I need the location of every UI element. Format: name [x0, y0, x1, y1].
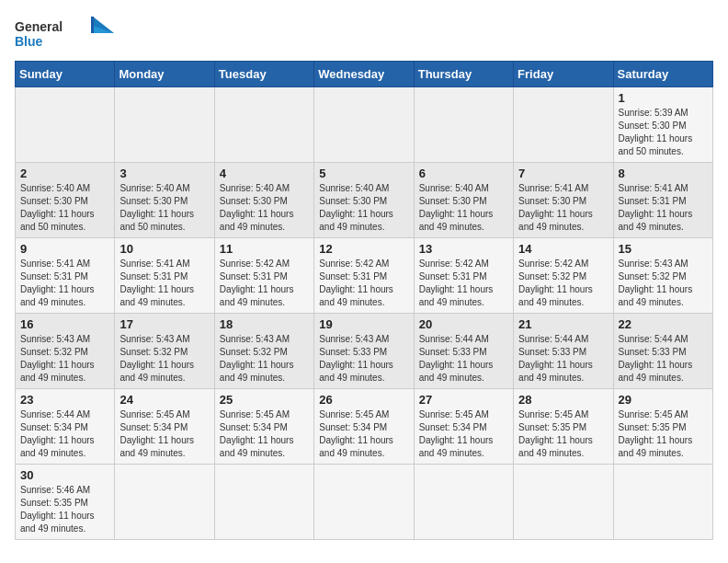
day-info: Sunrise: 5:43 AMSunset: 5:32 PMDaylight:… — [20, 333, 109, 385]
day-info: Sunrise: 5:45 AMSunset: 5:35 PMDaylight:… — [518, 408, 608, 460]
calendar-cell — [514, 465, 613, 540]
weekday-header-row: SundayMondayTuesdayWednesdayThursdayFrid… — [16, 62, 713, 87]
calendar-cell — [214, 87, 313, 163]
calendar-cell: 8Sunrise: 5:41 AMSunset: 5:31 PMDaylight… — [613, 163, 712, 238]
day-number: 4 — [220, 167, 309, 180]
calendar-cell: 21Sunrise: 5:44 AMSunset: 5:33 PMDayligh… — [514, 314, 613, 389]
day-number: 10 — [119, 242, 209, 256]
day-number: 25 — [220, 393, 309, 407]
day-info: Sunrise: 5:42 AMSunset: 5:31 PMDaylight:… — [319, 258, 408, 309]
calendar-cell: 29Sunrise: 5:45 AMSunset: 5:35 PMDayligh… — [613, 389, 712, 465]
day-info: Sunrise: 5:43 AMSunset: 5:32 PMDaylight:… — [220, 333, 309, 385]
calendar-cell: 26Sunrise: 5:45 AMSunset: 5:34 PMDayligh… — [314, 389, 414, 465]
calendar-cell — [314, 87, 414, 163]
calendar-cell: 12Sunrise: 5:42 AMSunset: 5:31 PMDayligh… — [314, 238, 414, 314]
day-number: 5 — [319, 167, 408, 180]
calendar-cell — [115, 87, 214, 163]
calendar-cell: 3Sunrise: 5:40 AMSunset: 5:30 PMDaylight… — [115, 163, 214, 238]
calendar-cell: 13Sunrise: 5:42 AMSunset: 5:31 PMDayligh… — [414, 238, 513, 314]
calendar-cell — [414, 465, 513, 540]
calendar-cell: 7Sunrise: 5:41 AMSunset: 5:30 PMDaylight… — [514, 163, 613, 238]
day-number: 12 — [319, 242, 408, 256]
day-info: Sunrise: 5:41 AMSunset: 5:30 PMDaylight:… — [518, 182, 608, 234]
weekday-header-sunday: Sunday — [16, 62, 115, 87]
page-header: General Blue — [15, 15, 713, 52]
weekday-header-wednesday: Wednesday — [314, 62, 414, 87]
day-number: 27 — [419, 393, 508, 407]
day-info: Sunrise: 5:44 AMSunset: 5:33 PMDaylight:… — [518, 333, 608, 385]
day-info: Sunrise: 5:42 AMSunset: 5:32 PMDaylight:… — [518, 258, 608, 309]
day-number: 19 — [319, 317, 408, 331]
calendar-week-row: 30Sunrise: 5:46 AMSunset: 5:35 PMDayligh… — [16, 465, 713, 540]
generalblue-logo: General Blue — [15, 15, 116, 52]
calendar-cell — [514, 87, 613, 163]
weekday-header-monday: Monday — [115, 62, 214, 87]
day-info: Sunrise: 5:40 AMSunset: 5:30 PMDaylight:… — [419, 182, 508, 234]
day-info: Sunrise: 5:40 AMSunset: 5:30 PMDaylight:… — [220, 182, 309, 234]
day-info: Sunrise: 5:41 AMSunset: 5:31 PMDaylight:… — [119, 258, 209, 309]
day-number: 3 — [119, 167, 209, 180]
day-info: Sunrise: 5:43 AMSunset: 5:32 PMDaylight:… — [619, 258, 708, 309]
day-number: 2 — [20, 167, 109, 180]
day-info: Sunrise: 5:42 AMSunset: 5:31 PMDaylight:… — [220, 258, 309, 309]
calendar-cell: 1Sunrise: 5:39 AMSunset: 5:30 PMDaylight… — [613, 87, 712, 163]
calendar-cell: 16Sunrise: 5:43 AMSunset: 5:32 PMDayligh… — [16, 314, 115, 389]
day-number: 23 — [20, 393, 109, 407]
calendar-cell: 24Sunrise: 5:45 AMSunset: 5:34 PMDayligh… — [115, 389, 214, 465]
day-number: 21 — [518, 317, 608, 331]
day-info: Sunrise: 5:45 AMSunset: 5:34 PMDaylight:… — [419, 408, 508, 460]
day-number: 1 — [619, 91, 708, 105]
calendar-cell: 5Sunrise: 5:40 AMSunset: 5:30 PMDaylight… — [314, 163, 414, 238]
day-info: Sunrise: 5:45 AMSunset: 5:34 PMDaylight:… — [119, 408, 209, 460]
day-number: 18 — [220, 317, 309, 331]
calendar-cell: 20Sunrise: 5:44 AMSunset: 5:33 PMDayligh… — [414, 314, 513, 389]
day-info: Sunrise: 5:39 AMSunset: 5:30 PMDaylight:… — [619, 107, 708, 158]
calendar-cell: 14Sunrise: 5:42 AMSunset: 5:32 PMDayligh… — [514, 238, 613, 314]
calendar-cell: 23Sunrise: 5:44 AMSunset: 5:34 PMDayligh… — [16, 389, 115, 465]
day-info: Sunrise: 5:44 AMSunset: 5:33 PMDaylight:… — [619, 333, 708, 385]
calendar-cell: 6Sunrise: 5:40 AMSunset: 5:30 PMDaylight… — [414, 163, 513, 238]
day-number: 28 — [518, 393, 608, 407]
calendar-cell — [613, 465, 712, 540]
day-number: 14 — [518, 242, 608, 256]
calendar-cell: 11Sunrise: 5:42 AMSunset: 5:31 PMDayligh… — [214, 238, 313, 314]
weekday-header-thursday: Thursday — [414, 62, 513, 87]
logo: General Blue — [15, 15, 116, 52]
calendar-week-row: 9Sunrise: 5:41 AMSunset: 5:31 PMDaylight… — [16, 238, 713, 314]
calendar-cell — [16, 87, 115, 163]
calendar-cell: 22Sunrise: 5:44 AMSunset: 5:33 PMDayligh… — [613, 314, 712, 389]
calendar-cell: 28Sunrise: 5:45 AMSunset: 5:35 PMDayligh… — [514, 389, 613, 465]
day-number: 7 — [518, 167, 608, 180]
day-number: 26 — [319, 393, 408, 407]
day-info: Sunrise: 5:40 AMSunset: 5:30 PMDaylight:… — [119, 182, 209, 234]
calendar-cell: 27Sunrise: 5:45 AMSunset: 5:34 PMDayligh… — [414, 389, 513, 465]
day-info: Sunrise: 5:43 AMSunset: 5:33 PMDaylight:… — [319, 333, 408, 385]
weekday-header-friday: Friday — [514, 62, 613, 87]
svg-text:Blue: Blue — [15, 34, 43, 49]
day-number: 22 — [619, 317, 708, 331]
day-info: Sunrise: 5:43 AMSunset: 5:32 PMDaylight:… — [119, 333, 209, 385]
svg-rect-4 — [91, 17, 94, 33]
calendar-cell: 25Sunrise: 5:45 AMSunset: 5:34 PMDayligh… — [214, 389, 313, 465]
calendar-cell: 15Sunrise: 5:43 AMSunset: 5:32 PMDayligh… — [613, 238, 712, 314]
weekday-header-saturday: Saturday — [613, 62, 712, 87]
calendar-week-row: 23Sunrise: 5:44 AMSunset: 5:34 PMDayligh… — [16, 389, 713, 465]
day-number: 17 — [119, 317, 209, 331]
day-number: 13 — [419, 242, 508, 256]
day-info: Sunrise: 5:40 AMSunset: 5:30 PMDaylight:… — [20, 182, 109, 234]
calendar-cell: 18Sunrise: 5:43 AMSunset: 5:32 PMDayligh… — [214, 314, 313, 389]
calendar-cell: 10Sunrise: 5:41 AMSunset: 5:31 PMDayligh… — [115, 238, 214, 314]
day-number: 11 — [220, 242, 309, 256]
calendar-cell: 4Sunrise: 5:40 AMSunset: 5:30 PMDaylight… — [214, 163, 313, 238]
day-number: 24 — [119, 393, 209, 407]
weekday-header-tuesday: Tuesday — [214, 62, 313, 87]
day-info: Sunrise: 5:46 AMSunset: 5:35 PMDaylight:… — [20, 484, 109, 535]
day-number: 9 — [20, 242, 109, 256]
day-info: Sunrise: 5:40 AMSunset: 5:30 PMDaylight:… — [319, 182, 408, 234]
day-number: 15 — [619, 242, 708, 256]
calendar-cell — [115, 465, 214, 540]
calendar-week-row: 1Sunrise: 5:39 AMSunset: 5:30 PMDaylight… — [16, 87, 713, 163]
calendar-cell — [214, 465, 313, 540]
calendar-cell: 2Sunrise: 5:40 AMSunset: 5:30 PMDaylight… — [16, 163, 115, 238]
day-number: 30 — [20, 468, 109, 482]
